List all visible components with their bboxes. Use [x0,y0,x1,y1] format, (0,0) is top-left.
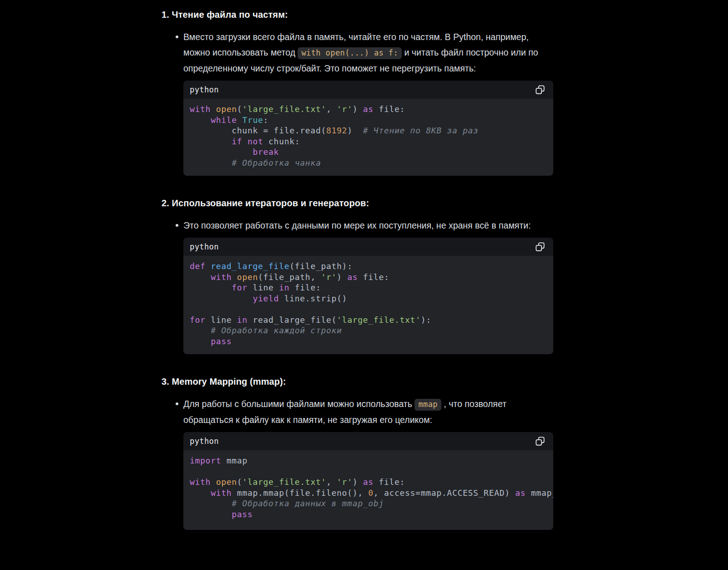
list-item: Для работы с большими файлами можно испо… [162,396,553,530]
code-content: import mmap with open('large_file.txt', … [190,456,553,520]
code-block: python with open('large_file.txt', 'r') … [183,81,553,176]
page: { "palette": { "page_bg": "#000000", "te… [0,0,728,570]
bullet-text-pre: Это позволяет работать с данными по мере… [183,220,531,230]
code-content: with open('large_file.txt', 'r') as file… [190,104,553,168]
code-block: python import mmap with open('large_file… [183,432,553,530]
code-content: def read_large_file(file_path): with ope… [190,261,553,347]
inline-code: mmap [415,399,441,411]
code-block: python def read_large_file(file_path): w… [183,238,553,354]
bullet-dot [176,36,178,38]
bullet-text: Вместо загрузки всего файла в память, чи… [183,29,553,76]
code-block-body[interactable]: import mmap with open('large_file.txt', … [183,450,553,530]
code-block-header: python [183,238,553,256]
section-3: 3. Memory Mapping (mmap): Для работы с б… [162,376,553,530]
code-block-header: python [183,432,553,450]
code-block-body: def read_large_file(file_path): with ope… [183,256,553,354]
bullet-dot [176,402,178,405]
code-block-body: with open('large_file.txt', 'r') as file… [183,99,553,176]
code-language-label: python [190,437,219,446]
copy-icon [535,85,545,95]
section-heading: 1. Чтение файла по частям: [162,9,553,20]
section-heading: 3. Memory Mapping (mmap): [162,376,553,387]
message-content: 1. Чтение файла по частям: Вместо загруз… [162,9,553,530]
copy-button[interactable] [534,241,546,253]
bullet-text-pre: Для работы с большими файлами можно испо… [183,399,415,409]
copy-button[interactable] [534,435,546,447]
inline-code: with open(...) as f: [298,47,402,59]
code-language-label: python [190,242,219,251]
code-block-header: python [183,81,553,99]
copy-icon [535,242,545,252]
list-item: Вместо загрузки всего файла в память, чи… [162,29,553,176]
bullet-text: Это позволяет работать с данными по мере… [183,218,553,233]
copy-button[interactable] [534,84,546,96]
bullet-dot [176,224,178,227]
section-heading: 2. Использование итераторов и генераторо… [162,198,553,209]
bullet-text: Для работы с большими файлами можно испо… [183,396,553,428]
copy-icon [535,436,545,446]
section-2: 2. Использование итераторов и генераторо… [162,198,553,354]
code-language-label: python [190,85,219,94]
list-item: Это позволяет работать с данными по мере… [162,218,553,354]
section-1: 1. Чтение файла по частям: Вместо загруз… [162,9,553,176]
